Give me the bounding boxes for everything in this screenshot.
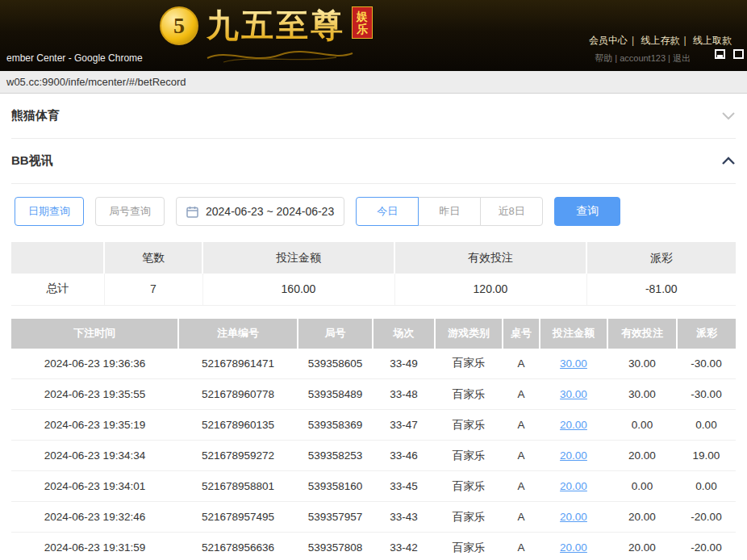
table-row: 2024-06-23 19:35:19521678960135539358369… [11,410,736,441]
nav-member-center-link[interactable]: 会员中心 [589,35,628,46]
cell-game-type: 百家乐 [435,349,503,379]
cell-round-id: 539358253 [298,441,373,471]
cell-round-id: 539358369 [298,410,373,441]
header-round-id: 局号 [298,319,373,349]
cell-round-id: 539357957 [298,502,373,533]
cell-session: 33-42 [373,533,435,560]
calendar-icon [186,206,198,218]
cell-bet-amount: 20.00 [540,441,607,471]
nav-withdraw-link[interactable]: 线上取款 [693,35,732,46]
cell-game-type: 百家乐 [435,410,503,441]
header-order-id: 注单编号 [178,319,298,349]
section-bb-video[interactable]: BB视讯 [11,139,736,184]
cell-round-id: 539358160 [298,471,373,502]
summary-header-empty [11,242,104,274]
header-game-type: 游戏类别 [435,319,503,349]
section-panda-sports[interactable]: 熊猫体育 [11,94,736,139]
cell-table-no: A [503,502,540,533]
quick-last8days-button[interactable]: 近8日 [480,197,543,226]
table-row: 2024-06-23 19:31:59521678956636539357808… [11,533,736,560]
bet-amount-link[interactable]: 20.00 [560,480,587,492]
header-bet-amount: 投注金额 [540,319,607,349]
bet-table-header-row: 下注时间 注单编号 局号 场次 游戏类别 桌号 投注金额 有效投注 派彩 [11,319,736,349]
round-query-tab[interactable]: 局号查询 [95,197,165,226]
cell-session: 33-47 [373,410,435,441]
summary-header-valid-bet: 有效投注 [394,242,586,274]
nav-deposit-link[interactable]: 线上存款 [641,35,680,46]
bet-amount-link[interactable]: 20.00 [560,541,587,554]
cell-valid-bet: 0.00 [607,410,677,441]
cell-bet-amount: 30.00 [540,349,607,379]
window-controls [715,49,744,59]
badge-char-bottom: 乐 [357,23,368,36]
cell-valid-bet: 30.00 [607,349,677,379]
bet-amount-link[interactable]: 20.00 [560,511,587,523]
cell-game-type: 百家乐 [435,441,503,471]
quick-yesterday-button[interactable]: 昨日 [418,197,481,226]
header-valid-bet: 有效投注 [607,319,677,349]
nav-separator: | [632,35,634,46]
summary-total-label: 总计 [11,274,104,305]
header-table-no: 桌号 [503,319,540,349]
cell-order-id: 521678959272 [178,441,298,471]
gold-flourish-decoration [203,47,357,66]
cell-payout: 0.00 [677,471,736,502]
cell-session: 33-49 [373,349,435,379]
cell-session: 33-45 [373,471,435,502]
cell-bet-time: 2024-06-23 19:35:55 [11,379,178,410]
cell-bet-amount: 30.00 [540,379,607,410]
cell-order-id: 521678958801 [178,471,298,502]
coin-icon: 5 [160,6,198,45]
brand-name: 九五至尊 [207,3,345,48]
cell-bet-amount: 20.00 [540,533,607,560]
bet-amount-link[interactable]: 30.00 [560,357,587,370]
cell-payout: 0.00 [677,410,736,441]
cell-table-no: A [503,471,540,502]
summary-valid-bet-value: 120.00 [394,274,586,305]
bet-amount-link[interactable]: 30.00 [560,388,587,400]
cell-bet-time: 2024-06-23 19:35:19 [11,410,178,441]
cell-valid-bet: 20.00 [607,441,677,471]
cell-session: 33-48 [373,379,435,410]
quick-today-button[interactable]: 今日 [356,197,419,226]
header-payout: 派彩 [677,319,736,349]
date-range-input[interactable]: 2024-06-23 ~ 2024-06-23 [176,197,344,226]
cell-round-id: 539358605 [298,349,373,379]
minimize-button[interactable] [715,49,725,59]
date-query-tab[interactable]: 日期查询 [15,197,84,226]
summary-header-payout: 派彩 [586,242,736,274]
cell-order-id: 521678960778 [178,379,298,410]
cell-game-type: 百家乐 [435,379,503,410]
brand-logo: 5 九五至尊 娱 乐 [160,3,373,48]
cell-bet-amount: 20.00 [540,502,607,533]
cell-bet-amount: 20.00 [540,471,607,502]
bet-amount-link[interactable]: 20.00 [560,419,587,431]
maximize-button[interactable] [733,49,744,59]
summary-table: 笔数 投注金额 有效投注 派彩 总计 7 160.00 120.00 -81.0… [11,242,736,306]
search-button[interactable]: 查询 [554,197,620,226]
cell-game-type: 百家乐 [435,471,503,502]
cell-order-id: 521678961471 [178,349,298,379]
cell-payout: -30.00 [677,349,736,379]
cell-round-id: 539358489 [298,379,373,410]
summary-payout-value: -81.00 [586,274,736,305]
summary-total-row: 总计 7 160.00 120.00 -81.00 [11,274,736,305]
address-bar[interactable]: w05.cc:9900/infe/mcenter/#/betRecord [0,71,747,94]
cell-table-no: A [503,349,540,379]
section-title-bb: BB视讯 [11,153,53,169]
chevron-down-icon [721,111,736,120]
cell-bet-amount: 20.00 [540,410,607,441]
cell-payout: -30.00 [677,379,736,410]
cell-payout: -20.00 [677,533,736,560]
summary-header-row: 笔数 投注金额 有效投注 派彩 [11,242,736,274]
cell-bet-time: 2024-06-23 19:32:46 [11,502,178,533]
bet-amount-link[interactable]: 20.00 [560,449,587,462]
cell-session: 33-46 [373,441,435,471]
table-row: 2024-06-23 19:34:34521678959272539358253… [11,441,736,471]
cell-round-id: 539357808 [298,533,373,560]
header-bet-time: 下注时间 [11,319,178,349]
cell-table-no: A [503,533,540,560]
section-title-panda: 熊猫体育 [11,108,60,123]
summary-header-count: 笔数 [104,242,202,274]
account-bar[interactable]: 帮助 | account123 | 退出 [595,52,691,65]
